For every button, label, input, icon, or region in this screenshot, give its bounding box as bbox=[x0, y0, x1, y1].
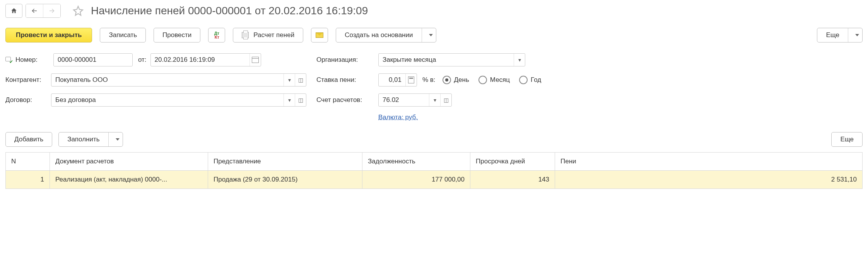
date-value: 20.02.2016 16:19:09 bbox=[151, 54, 249, 66]
contract-dropdown[interactable]: ▾ bbox=[284, 94, 295, 106]
fill-label: Заполнить bbox=[67, 136, 99, 143]
more-caret[interactable] bbox=[848, 28, 862, 42]
rate-period-month[interactable]: Месяц bbox=[478, 76, 510, 84]
counterparty-label: Контрагент: bbox=[5, 76, 51, 84]
currency-link[interactable]: Валюта: руб. bbox=[378, 114, 418, 121]
contract-label: Договор: bbox=[5, 96, 51, 104]
number-field[interactable]: 0000-000001 bbox=[53, 53, 133, 66]
debit-credit-icon: ДтКт bbox=[214, 31, 219, 39]
number-label-wrap: Номер: bbox=[5, 56, 44, 64]
th-rep[interactable]: Представление bbox=[208, 153, 362, 171]
rate-value: 0,01 bbox=[379, 74, 405, 86]
save-button[interactable]: Записать bbox=[100, 28, 146, 42]
table-header-row: N Документ расчетов Представление Задолж… bbox=[6, 153, 863, 171]
star-icon bbox=[73, 5, 84, 16]
cell-debt: 177 000,00 bbox=[362, 171, 470, 189]
account-field[interactable]: 76.02 ▾ ◫ bbox=[378, 93, 452, 107]
calculate-penalties-button[interactable]: Расчет пеней bbox=[233, 28, 303, 42]
table-row[interactable]: 1 Реализация (акт, накладная) 0000-... П… bbox=[6, 171, 863, 189]
chevron-down-icon bbox=[116, 138, 120, 141]
page-title: Начисление пеней 0000-000001 от 20.02.20… bbox=[91, 5, 368, 17]
favorite-button[interactable] bbox=[72, 4, 85, 17]
cell-rep: Продажа (29 от 30.09.2015) bbox=[208, 171, 362, 189]
organization-label: Организация: bbox=[316, 56, 378, 64]
organization-field[interactable]: Закрытие месяца ▾ bbox=[378, 53, 525, 66]
home-button[interactable] bbox=[5, 4, 22, 18]
arrow-left-icon bbox=[30, 7, 39, 14]
counterparty-field[interactable]: Покупатель ООО ▾ ◫ bbox=[51, 73, 306, 87]
table-more-button[interactable]: Еще bbox=[831, 132, 863, 147]
rate-period-year[interactable]: Год bbox=[519, 76, 541, 84]
fill-caret[interactable] bbox=[108, 132, 123, 146]
envelope-icon bbox=[316, 32, 323, 38]
debit-credit-button[interactable]: ДтКт bbox=[208, 28, 225, 42]
rate-field[interactable]: 0,01 bbox=[378, 73, 417, 87]
email-button[interactable] bbox=[311, 28, 328, 42]
rate-day-label: День bbox=[454, 76, 469, 84]
penalty-table: N Документ расчетов Представление Задолж… bbox=[5, 152, 863, 189]
post-and-close-label: Провести и закрыть bbox=[16, 31, 82, 39]
counterparty-dropdown[interactable]: ▾ bbox=[284, 74, 295, 86]
calculator-icon bbox=[408, 76, 414, 83]
rate-label: Ставка пени: bbox=[316, 76, 378, 84]
date-field[interactable]: 20.02.2016 16:19:09 bbox=[150, 53, 261, 66]
account-label: Счет расчетов: bbox=[316, 96, 378, 104]
currency-link-label: Валюта: руб. bbox=[378, 114, 418, 121]
document-status-icon bbox=[5, 57, 12, 63]
printer-icon bbox=[242, 32, 249, 38]
nav-history bbox=[26, 4, 61, 18]
number-value: 0000-000001 bbox=[58, 56, 96, 64]
radio-icon bbox=[519, 76, 528, 84]
table-more-label: Еще bbox=[840, 136, 854, 143]
organization-value: Закрытие месяца bbox=[379, 54, 514, 66]
more-button[interactable]: Еще bbox=[817, 28, 863, 42]
rate-period-day[interactable]: День bbox=[443, 76, 469, 84]
create-based-caret[interactable] bbox=[422, 28, 436, 42]
counterparty-value: Покупатель ООО bbox=[51, 74, 284, 86]
th-debt[interactable]: Задолженность bbox=[362, 153, 470, 171]
rate-calc-button[interactable] bbox=[405, 74, 417, 86]
back-button[interactable] bbox=[26, 4, 43, 17]
number-label: Номер: bbox=[15, 56, 38, 64]
calc-penalties-label: Расчет пеней bbox=[253, 31, 294, 39]
arrow-right-icon bbox=[48, 7, 56, 14]
organization-dropdown[interactable]: ▾ bbox=[514, 54, 525, 66]
rate-year-label: Год bbox=[531, 76, 541, 84]
cell-n: 1 bbox=[6, 171, 50, 189]
post-button[interactable]: Провести bbox=[154, 28, 200, 42]
chevron-down-icon bbox=[429, 34, 433, 36]
th-doc[interactable]: Документ расчетов bbox=[50, 153, 208, 171]
create-based-button[interactable]: Создать на основании bbox=[336, 28, 436, 42]
date-picker-button[interactable] bbox=[249, 54, 261, 66]
radio-icon bbox=[478, 76, 487, 84]
fill-button[interactable]: Заполнить bbox=[58, 132, 123, 147]
chevron-down-icon bbox=[855, 34, 859, 36]
contract-open[interactable]: ◫ bbox=[295, 94, 306, 106]
post-label: Провести bbox=[162, 31, 191, 39]
cell-doc: Реализация (акт, накладная) 0000-... bbox=[50, 171, 208, 189]
radio-icon bbox=[443, 76, 451, 84]
th-pen[interactable]: Пени bbox=[555, 153, 863, 171]
account-open[interactable]: ◫ bbox=[440, 94, 451, 106]
cell-days: 143 bbox=[470, 171, 555, 189]
create-based-label: Создать на основании bbox=[345, 31, 413, 39]
more-label: Еще bbox=[826, 31, 839, 39]
th-days[interactable]: Просрочка дней bbox=[470, 153, 555, 171]
rate-month-label: Месяц bbox=[490, 76, 510, 84]
cell-pen: 2 531,10 bbox=[555, 171, 863, 189]
rate-unit-label: % в: bbox=[422, 76, 436, 84]
add-row-button[interactable]: Добавить bbox=[5, 132, 52, 147]
add-row-label: Добавить bbox=[14, 136, 43, 143]
save-label: Записать bbox=[109, 31, 137, 39]
home-icon bbox=[10, 7, 17, 14]
th-n[interactable]: N bbox=[6, 153, 50, 171]
from-label: от: bbox=[138, 56, 147, 64]
counterparty-open[interactable]: ◫ bbox=[295, 74, 306, 86]
calendar-icon bbox=[252, 57, 259, 63]
post-and-close-button[interactable]: Провести и закрыть bbox=[5, 28, 92, 42]
contract-value: Без договора bbox=[51, 94, 284, 106]
contract-field[interactable]: Без договора ▾ ◫ bbox=[51, 93, 306, 107]
forward-button[interactable] bbox=[43, 4, 60, 17]
account-value: 76.02 bbox=[379, 94, 429, 106]
account-dropdown[interactable]: ▾ bbox=[429, 94, 440, 106]
